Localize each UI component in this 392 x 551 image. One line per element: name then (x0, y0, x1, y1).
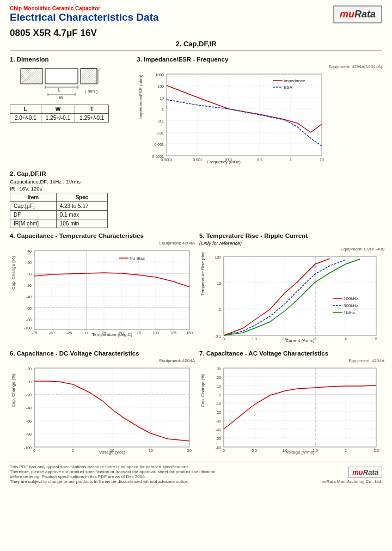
svg-text:20: 20 (187, 449, 192, 452)
svg-text:-50: -50 (49, 331, 54, 335)
svg-text:-100: -100 (24, 326, 32, 330)
svg-text:5: 5 (72, 449, 74, 452)
svg-line-17 (35, 81, 42, 84)
temp-rise-equipment: Equipment: CVHF-400 (199, 247, 384, 252)
svg-text:15: 15 (149, 449, 153, 452)
temp-rise-chart: Temperature Rise (deg.C) Current (Arms) … (199, 252, 384, 345)
svg-text:Cap. Change (%): Cap. Change (%) (11, 256, 16, 290)
product-type: Chip Monolithic Ceramic Capacitor (10, 5, 159, 11)
footer: This PDF has only typical specifications… (10, 462, 382, 484)
svg-line-30 (83, 71, 97, 84)
svg-text:0: 0 (223, 337, 225, 341)
svg-text:Temperature Rise (deg.C): Temperature Rise (deg.C) (200, 252, 205, 296)
svg-text:1MHz: 1MHz (344, 310, 355, 315)
svg-text:0.1: 0.1 (159, 119, 164, 123)
svg-rect-19 (45, 69, 78, 84)
svg-text:75: 75 (137, 331, 141, 335)
cap-note2: IR : 16V, 120s (10, 186, 382, 192)
svg-text:125: 125 (170, 331, 176, 335)
svg-text:-60: -60 (216, 446, 221, 450)
svg-text:500kHz: 500kHz (344, 303, 358, 308)
svg-line-25 (81, 69, 88, 76)
svg-line-34 (91, 79, 97, 84)
svg-text:-40: -40 (26, 406, 32, 410)
svg-text:1.0: 1.0 (282, 449, 287, 452)
svg-text:0.1: 0.1 (216, 334, 221, 338)
svg-text:ESR: ESR (284, 85, 293, 90)
cap-ac-chart: Cap. Change (%) Voltage (Vrms) 30 20 10 … (199, 364, 384, 456)
svg-text:0: 0 (219, 393, 221, 397)
cap-note1: Capacitance,DF: 1kHz , 1Vrms (10, 179, 382, 185)
svg-text:25: 25 (102, 331, 106, 335)
svg-text:-20: -20 (26, 284, 32, 287)
svg-text:0.0001: 0.0001 (161, 158, 173, 162)
svg-text:-60: -60 (26, 419, 32, 423)
cap-df-ir-title: 2. Cap,DF,IR (10, 170, 382, 177)
svg-text:3: 3 (314, 337, 316, 341)
footer-logo: muRata muRata Manufacturing Co., Ltd. (321, 467, 382, 484)
svg-text:30: 30 (217, 367, 221, 371)
svg-text:0: 0 (29, 380, 32, 384)
svg-text:10: 10 (217, 281, 221, 285)
svg-text:1.0: 1.0 (252, 337, 257, 341)
cap-ac-title: 7. Capacitance - AC Voltage Characterist… (199, 350, 384, 357)
svg-text:1000: 1000 (156, 73, 164, 77)
svg-text:20: 20 (27, 367, 32, 371)
svg-text:( mm ): ( mm ) (85, 89, 97, 94)
svg-text:0.001: 0.001 (193, 158, 203, 162)
svg-text:Temperature (deg.C): Temperature (deg.C) (92, 332, 132, 337)
svg-text:Voltage (Vrms): Voltage (Vrms) (286, 450, 315, 455)
svg-text:L: L (58, 87, 60, 93)
svg-text:-60: -60 (26, 307, 32, 310)
cap-ac-equipment: Equipment: 4204A (199, 358, 384, 363)
svg-text:0: 0 (223, 449, 225, 452)
svg-text:1: 1 (162, 108, 164, 112)
svg-text:20: 20 (27, 261, 32, 265)
cap-spec-table: Item Spec Cap.[μF] 4.23 to 5.17 DF 0.1 m… (10, 193, 108, 228)
svg-text:Current (Arms): Current (Arms) (286, 338, 315, 343)
svg-line-28 (81, 69, 95, 83)
svg-text:150: 150 (186, 331, 193, 335)
svg-text:-75: -75 (32, 331, 37, 335)
svg-text:1.5: 1.5 (313, 449, 318, 452)
svg-text:10: 10 (320, 158, 324, 162)
svg-text:10: 10 (160, 96, 164, 100)
cap-dc-equipment: Equipment: 4204A (10, 358, 195, 363)
svg-text:100: 100 (158, 84, 164, 88)
disclaimer-text: This PDF has only typical specifications… (10, 464, 216, 484)
page-title: Electrical Characteristics Data (10, 11, 159, 23)
part-number: 0805 X5R 4.7μF 16V (10, 28, 382, 39)
temp-rise-subtitle: (Only for reference) (199, 241, 384, 246)
svg-rect-154 (34, 368, 189, 447)
svg-text:5: 5 (375, 337, 377, 341)
svg-text:2: 2 (345, 449, 347, 452)
svg-text:0: 0 (33, 449, 35, 452)
svg-text:1: 1 (219, 308, 221, 311)
svg-text:100: 100 (215, 255, 221, 259)
svg-line-26 (81, 69, 90, 78)
svg-text:2.0: 2.0 (282, 337, 287, 341)
svg-text:50: 50 (119, 331, 124, 335)
svg-text:4: 4 (345, 337, 347, 341)
svg-text:-100: -100 (24, 446, 32, 450)
svg-rect-83 (34, 250, 189, 329)
svg-text:0: 0 (85, 331, 88, 335)
cap-temp-title: 4. Capacitance - Temperature Characteris… (10, 232, 195, 239)
svg-text:Impedance: Impedance (284, 78, 305, 83)
impedance-title: 3. Impedance/ESR - Frequency (137, 56, 382, 63)
cap-temp-chart: Cap. Change (%) Temperature (deg.C) 40 2… (10, 246, 195, 339)
svg-text:-20: -20 (26, 393, 32, 397)
svg-rect-182 (224, 368, 376, 447)
svg-text:2.5: 2.5 (373, 449, 379, 452)
svg-text:Impedance/FSR (ohm): Impedance/FSR (ohm) (138, 75, 143, 119)
svg-text:-80: -80 (26, 318, 32, 322)
svg-text:1: 1 (290, 158, 292, 162)
dimension-table: L W T 2.0+/-0.1 1.25+/-0.1 1.25+/-0.1 (10, 105, 109, 123)
svg-line-5 (21, 69, 28, 76)
dimension-title: 1. Dimension (10, 56, 132, 63)
svg-text:100: 100 (152, 331, 159, 335)
svg-text:0.5: 0.5 (252, 449, 257, 452)
svg-text:0.01: 0.01 (157, 131, 164, 135)
dimension-diagram: T L W ( mm ) (10, 64, 105, 103)
svg-line-9 (21, 69, 37, 84)
